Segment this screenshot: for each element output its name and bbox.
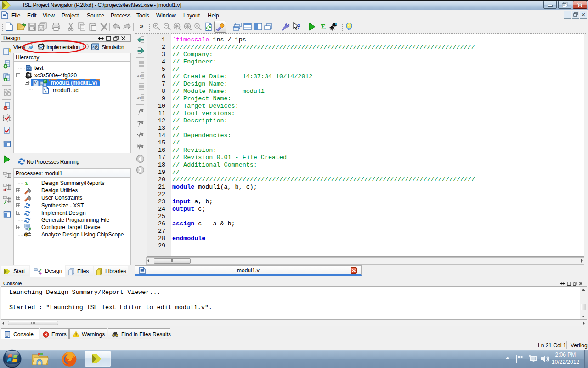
- svg-text:ISim: ISim: [92, 48, 97, 51]
- svg-text:V: V: [34, 80, 37, 85]
- svg-text:Σ: Σ: [321, 23, 326, 31]
- svg-text:F: F: [46, 90, 48, 93]
- svg-text:?: ?: [297, 23, 300, 30]
- svg-text:Σ: Σ: [25, 180, 28, 187]
